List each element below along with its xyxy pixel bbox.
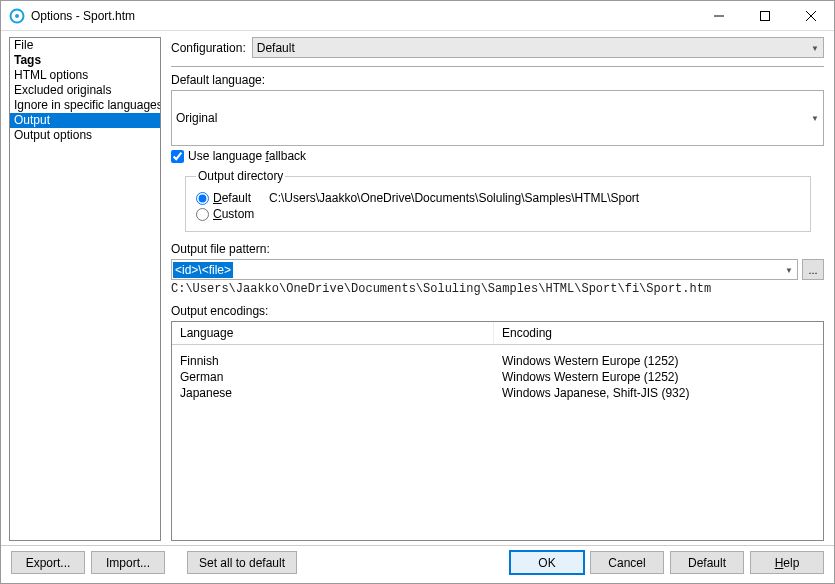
app-icon bbox=[9, 8, 25, 24]
close-button[interactable] bbox=[788, 1, 834, 31]
output-dir-custom-input[interactable] bbox=[196, 208, 209, 221]
default-language-label: Default language: bbox=[171, 73, 818, 87]
table-row[interactable]: Finnish Windows Western Europe (1252) bbox=[180, 353, 815, 369]
configuration-label: Configuration: bbox=[171, 41, 246, 55]
main-panel: Configuration: Default ▼ Default languag… bbox=[165, 31, 834, 545]
output-pattern-value: <id>\<file> bbox=[173, 262, 233, 278]
language-fallback-label: Use language fallback bbox=[188, 149, 306, 163]
sidebar-item-tags[interactable]: Tags bbox=[10, 53, 160, 68]
default-language-combo[interactable]: Original ▼ bbox=[171, 90, 824, 146]
export-button[interactable]: Export... bbox=[11, 551, 85, 574]
output-pattern-label: Output file pattern: bbox=[171, 242, 818, 256]
sidebar-item-output-options[interactable]: Output options bbox=[10, 128, 160, 143]
category-sidebar[interactable]: File Tags HTML options Excluded original… bbox=[9, 37, 161, 541]
output-encodings-table[interactable]: Language Encoding Finnish Windows Wester… bbox=[171, 321, 824, 541]
output-dir-default-path: C:\Users\Jaakko\OneDrive\Documents\Solul… bbox=[269, 191, 639, 205]
output-pattern-browse-button[interactable]: ... bbox=[802, 259, 824, 280]
language-fallback-checkbox[interactable]: Use language fallback bbox=[171, 149, 824, 163]
footer-buttons: Export... Import... Set all to default O… bbox=[1, 545, 834, 579]
table-row[interactable]: German Windows Western Europe (1252) bbox=[180, 369, 815, 385]
chevron-down-icon: ▼ bbox=[811, 114, 819, 123]
separator bbox=[171, 66, 824, 67]
cancel-button[interactable]: Cancel bbox=[590, 551, 664, 574]
sidebar-item-ignore-languages[interactable]: Ignore in specific languages bbox=[10, 98, 160, 113]
output-dir-default-radio[interactable]: Default C:\Users\Jaakko\OneDrive\Documen… bbox=[196, 191, 800, 205]
window-title: Options - Sport.htm bbox=[31, 9, 135, 23]
default-button[interactable]: Default bbox=[670, 551, 744, 574]
table-header: Language Encoding bbox=[172, 322, 823, 345]
default-language-value: Original bbox=[176, 111, 217, 125]
chevron-down-icon: ▼ bbox=[811, 43, 819, 52]
sidebar-item-html-options[interactable]: HTML options bbox=[10, 68, 160, 83]
set-all-default-button[interactable]: Set all to default bbox=[187, 551, 297, 574]
language-fallback-input[interactable] bbox=[171, 150, 184, 163]
ok-button[interactable]: OK bbox=[510, 551, 584, 574]
configuration-combo[interactable]: Default ▼ bbox=[252, 37, 824, 58]
maximize-button[interactable] bbox=[742, 1, 788, 31]
svg-point-1 bbox=[15, 14, 19, 18]
output-directory-group: Output directory Default C:\Users\Jaakko… bbox=[185, 169, 811, 232]
column-encoding[interactable]: Encoding bbox=[494, 322, 823, 344]
svg-rect-3 bbox=[761, 11, 770, 20]
output-encodings-label: Output encodings: bbox=[171, 304, 818, 318]
output-pattern-resolved: C:\Users\Jaakko\OneDrive\Documents\Solul… bbox=[171, 282, 824, 296]
import-button[interactable]: Import... bbox=[91, 551, 165, 574]
table-row[interactable]: Japanese Windows Japanese, Shift-JIS (93… bbox=[180, 385, 815, 401]
output-dir-default-input[interactable] bbox=[196, 192, 209, 205]
sidebar-item-output[interactable]: Output bbox=[10, 113, 160, 128]
output-pattern-combo[interactable]: <id>\<file> ▼ bbox=[171, 259, 798, 280]
chevron-down-icon: ▼ bbox=[785, 265, 793, 274]
titlebar: Options - Sport.htm bbox=[1, 1, 834, 31]
configuration-value: Default bbox=[257, 41, 295, 55]
sidebar-item-file[interactable]: File bbox=[10, 38, 160, 53]
output-dir-custom-radio[interactable]: Custom bbox=[196, 207, 800, 221]
column-language[interactable]: Language bbox=[172, 322, 494, 344]
sidebar-item-excluded-originals[interactable]: Excluded originals bbox=[10, 83, 160, 98]
output-directory-legend: Output directory bbox=[196, 169, 285, 183]
help-button[interactable]: Help bbox=[750, 551, 824, 574]
minimize-button[interactable] bbox=[696, 1, 742, 31]
